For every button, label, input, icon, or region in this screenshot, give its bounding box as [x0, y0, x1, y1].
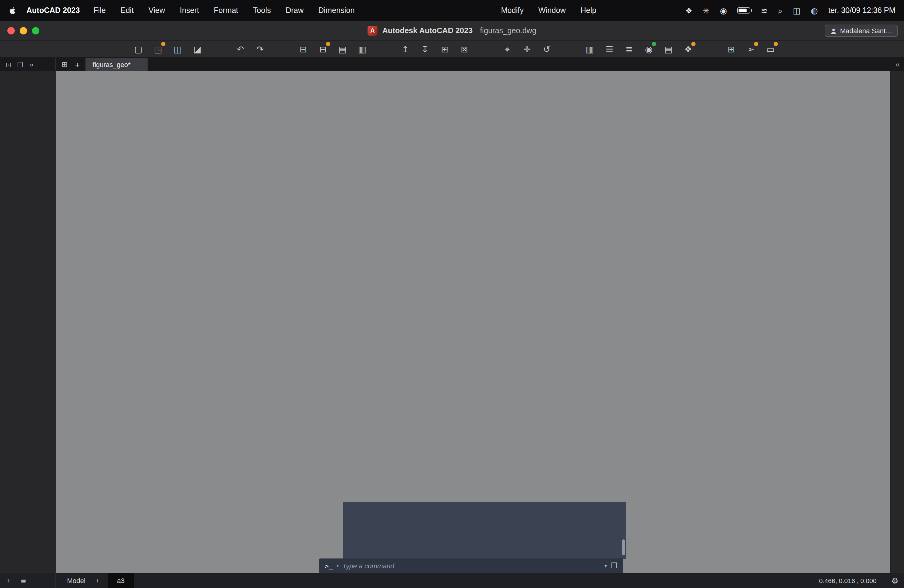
layer-manager-icon[interactable]: ≣	[622, 43, 636, 55]
etransmit-icon[interactable]: ⊠	[458, 43, 471, 55]
apple-menu-icon[interactable]	[9, 5, 18, 16]
menu-status-area: ❖✳◉≋⌕◫◍ ter. 30/09 12:36 PM	[685, 6, 895, 15]
app-menu-name[interactable]: AutoCAD 2023	[27, 6, 80, 15]
view-grid-icon[interactable]: ⊞	[62, 60, 68, 69]
selection-window-icon[interactable]: ⊡	[6, 61, 11, 68]
tool-palette	[0, 71, 56, 573]
undo-icon[interactable]: ↶	[234, 43, 247, 55]
menu-insert[interactable]: Insert	[180, 6, 199, 15]
drawing-area[interactable]: >_ ▾ ▾ ❒	[56, 71, 890, 573]
add-panel-icon[interactable]: +	[7, 577, 11, 584]
tool-palettes-icon[interactable]: ▥	[583, 43, 596, 55]
menu-window[interactable]: Window	[538, 6, 566, 15]
wifi-icon[interactable]: ≋	[761, 6, 768, 14]
model-space[interactable]	[56, 71, 890, 573]
menu-clock[interactable]: ter. 30/09 12:36 PM	[828, 6, 895, 15]
zoom-window-button[interactable]	[32, 27, 40, 34]
window-title: A Autodesk AutoCAD 2023 figuras_geo.dwg	[367, 21, 536, 40]
toolbar-group: ⌖✛↺	[501, 43, 553, 55]
blocks-palette-icon[interactable]: ⊞	[724, 43, 738, 55]
open-icon[interactable]: ◳	[151, 43, 165, 55]
lasso-select-icon[interactable]: ❏	[17, 61, 24, 68]
command-input-bar[interactable]: >_ ▾ ▾ ❒	[319, 558, 623, 573]
assistant-icon[interactable]: ✳	[703, 6, 710, 14]
layout-tab-a3[interactable]: a3	[108, 573, 134, 588]
share-icon[interactable]: ➢	[744, 43, 758, 55]
command-dropdown-icon[interactable]: ▾	[604, 563, 607, 569]
pan-icon[interactable]: ✛	[520, 43, 534, 55]
menu-tools[interactable]: Tools	[253, 6, 271, 15]
minimize-window-button[interactable]	[20, 27, 27, 34]
command-history-icon[interactable]: ❒	[611, 561, 618, 570]
menu-format[interactable]: Format	[214, 6, 238, 15]
close-window-button[interactable]	[7, 27, 15, 34]
overflow-chevron-icon[interactable]: »	[30, 61, 33, 68]
command-scrollbar[interactable]	[622, 539, 625, 555]
screen-record-icon[interactable]: ◉	[720, 6, 727, 14]
export-icon[interactable]: ↧	[418, 43, 432, 55]
main-area: >_ ▾ ▾ ❒	[0, 71, 904, 573]
save-as-icon[interactable]: ◪	[191, 43, 204, 55]
control-center-icon[interactable]: ◫	[793, 6, 801, 14]
collapse-panels-icon[interactable]: «	[896, 60, 900, 69]
save-icon[interactable]: ◫	[171, 43, 185, 55]
orbit-icon[interactable]: ↺	[540, 43, 553, 55]
spotlight-search-icon[interactable]: ⌕	[778, 6, 782, 14]
toolbar-group: ▥☰≣◉▤❖	[583, 43, 695, 55]
siri-icon[interactable]: ◍	[811, 6, 818, 14]
messages-icon[interactable]: ▭	[764, 43, 777, 55]
properties-icon[interactable]: ☰	[603, 43, 616, 55]
quick-access-toolbar: ▢◳◫◪↶↷⊟⊟▤▥↥↧⊞⊠⌖✛↺▥☰≣◉▤❖⊞➢▭	[0, 41, 904, 58]
add-layout-button[interactable]: +	[95, 577, 99, 584]
model-tab[interactable]: Model	[67, 577, 85, 584]
command-prompt: >_	[325, 562, 333, 570]
window-controls	[7, 27, 40, 34]
status-bar: + ≣ Model + a3 0.466, 0.016 , 0.000 ⚙	[0, 573, 904, 588]
user-account-chip[interactable]: Madalena Sant…	[825, 25, 898, 37]
print-icon[interactable]: ⊟	[296, 43, 310, 55]
menu-bar: AutoCAD 2023 FileEditViewInsertFormatToo…	[0, 0, 904, 21]
menu-status-icons: ❖✳◉≋⌕◫◍	[685, 6, 818, 14]
menu-help[interactable]: Help	[580, 6, 596, 15]
redo-icon[interactable]: ↷	[253, 43, 267, 55]
plot-preview-icon[interactable]: ▥	[356, 43, 369, 55]
menu-dimension[interactable]: Dimension	[318, 6, 354, 15]
menu-items: FileEditViewInsertFormatToolsDrawDimensi…	[93, 6, 611, 15]
panel-footer: + ≣	[0, 573, 56, 588]
osnap-toggle-icon[interactable]: ◉	[642, 43, 656, 55]
coordinates-display: 0.466, 0.016 , 0.000	[819, 577, 877, 584]
page-setup-icon[interactable]: ▤	[336, 43, 349, 55]
toolbar-group: ↥↧⊞⊠	[398, 43, 471, 55]
menu-modify[interactable]: Modify	[501, 6, 524, 15]
right-panel-tabs	[890, 71, 904, 573]
command-input[interactable]	[343, 562, 601, 569]
battery-icon[interactable]	[737, 7, 750, 14]
menu-file[interactable]: File	[93, 6, 106, 15]
tab-figuras-geo[interactable]: figuras_geo*	[85, 58, 148, 71]
settings-gear-icon[interactable]: ⚙	[891, 576, 898, 585]
drawing-tab-bar: ⊡❏» ⊞ + figuras_geo* «	[0, 58, 904, 71]
menu-edit[interactable]: Edit	[120, 6, 134, 15]
user-icon	[830, 27, 837, 34]
window-title-app: Autodesk AutoCAD 2023	[382, 26, 473, 35]
batch-plot-icon[interactable]: ⊟	[316, 43, 330, 55]
app-switcher-icon[interactable]: ❖	[685, 6, 692, 14]
user-name: Madalena Sant…	[840, 27, 892, 35]
toolbar-group: ↶↷	[234, 43, 267, 55]
insert-ole-icon[interactable]: ⊞	[438, 43, 451, 55]
import-icon[interactable]: ↥	[398, 43, 412, 55]
toolbar-group: ⊞➢▭	[724, 43, 777, 55]
new-drawing-icon[interactable]: ▢	[131, 43, 145, 55]
zoom-window-icon[interactable]: ⌖	[501, 43, 514, 55]
design-center-icon[interactable]: ❖	[681, 43, 695, 55]
autocad-logo-icon: A	[367, 25, 377, 35]
prompt-caret-icon[interactable]: ▾	[337, 563, 339, 568]
panel-menu-icon[interactable]: ≣	[21, 577, 26, 585]
toolbar-group: ▢◳◫◪	[131, 43, 204, 55]
menu-view[interactable]: View	[149, 6, 165, 15]
command-history-panel	[343, 502, 626, 559]
new-tab-button[interactable]: +	[75, 60, 80, 69]
menu-draw[interactable]: Draw	[286, 6, 303, 15]
sheet-set-icon[interactable]: ▤	[662, 43, 675, 55]
window-title-file: figuras_geo.dwg	[480, 26, 536, 35]
